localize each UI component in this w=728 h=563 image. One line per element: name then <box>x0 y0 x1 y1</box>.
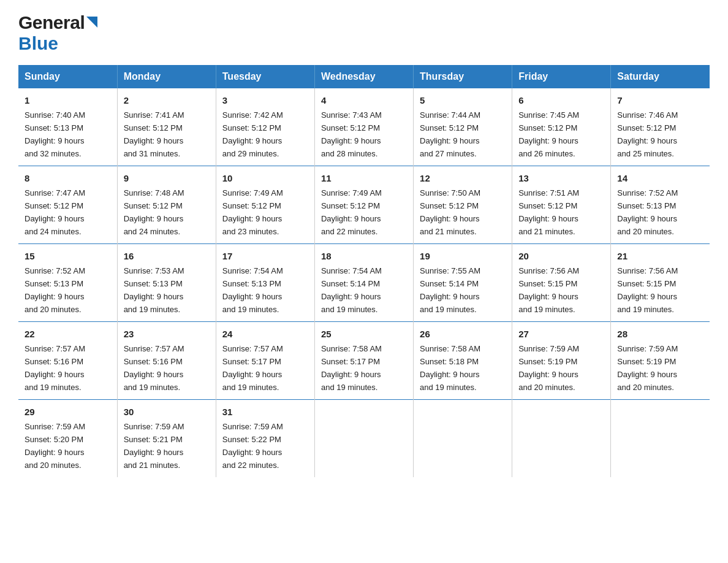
day-number: 30 <box>124 405 210 419</box>
day-info: Sunrise: 7:46 AMSunset: 5:12 PMDaylight:… <box>617 110 678 158</box>
page-header: General Blue <box>18 12 710 54</box>
calendar-cell <box>611 399 710 477</box>
day-info: Sunrise: 7:53 AMSunset: 5:13 PMDaylight:… <box>124 266 184 314</box>
day-info: Sunrise: 7:54 AMSunset: 5:13 PMDaylight:… <box>222 266 283 314</box>
calendar-cell: 1Sunrise: 7:40 AMSunset: 5:13 PMDaylight… <box>18 88 117 166</box>
calendar-header-row: SundayMondayTuesdayWednesdayThursdayFrid… <box>18 65 710 88</box>
day-info: Sunrise: 7:45 AMSunset: 5:12 PMDaylight:… <box>518 110 579 158</box>
day-number: 23 <box>124 327 210 341</box>
day-info: Sunrise: 7:59 AMSunset: 5:19 PMDaylight:… <box>617 344 678 392</box>
day-number: 27 <box>518 327 604 341</box>
day-number: 7 <box>617 93 703 107</box>
col-header-monday: Monday <box>117 65 216 88</box>
day-number: 14 <box>617 171 703 185</box>
calendar-cell: 10Sunrise: 7:49 AMSunset: 5:12 PMDayligh… <box>216 166 314 243</box>
col-header-wednesday: Wednesday <box>314 65 413 88</box>
calendar-cell: 25Sunrise: 7:58 AMSunset: 5:17 PMDayligh… <box>314 321 413 399</box>
col-header-saturday: Saturday <box>611 65 710 88</box>
calendar-cell: 30Sunrise: 7:59 AMSunset: 5:21 PMDayligh… <box>117 399 216 477</box>
calendar-cell: 22Sunrise: 7:57 AMSunset: 5:16 PMDayligh… <box>18 321 117 399</box>
day-number: 3 <box>222 93 308 107</box>
calendar-table: SundayMondayTuesdayWednesdayThursdayFrid… <box>18 65 710 477</box>
day-info: Sunrise: 7:44 AMSunset: 5:12 PMDaylight:… <box>420 110 480 158</box>
week-row-4: 22Sunrise: 7:57 AMSunset: 5:16 PMDayligh… <box>18 321 710 399</box>
col-header-thursday: Thursday <box>414 65 512 88</box>
week-row-5: 29Sunrise: 7:59 AMSunset: 5:20 PMDayligh… <box>18 399 710 477</box>
day-number: 18 <box>321 249 407 263</box>
day-number: 4 <box>321 93 407 107</box>
day-number: 28 <box>617 327 703 341</box>
day-info: Sunrise: 7:49 AMSunset: 5:12 PMDaylight:… <box>321 188 382 236</box>
day-info: Sunrise: 7:59 AMSunset: 5:21 PMDaylight:… <box>124 422 184 470</box>
day-info: Sunrise: 7:40 AMSunset: 5:13 PMDaylight:… <box>25 110 85 158</box>
day-number: 2 <box>124 93 210 107</box>
day-info: Sunrise: 7:57 AMSunset: 5:16 PMDaylight:… <box>124 344 184 392</box>
day-info: Sunrise: 7:59 AMSunset: 5:19 PMDaylight:… <box>518 344 579 392</box>
day-info: Sunrise: 7:52 AMSunset: 5:13 PMDaylight:… <box>25 266 85 314</box>
week-row-1: 1Sunrise: 7:40 AMSunset: 5:13 PMDaylight… <box>18 88 710 166</box>
col-header-friday: Friday <box>512 65 611 88</box>
calendar-cell: 26Sunrise: 7:58 AMSunset: 5:18 PMDayligh… <box>414 321 512 399</box>
day-number: 16 <box>124 249 210 263</box>
day-number: 11 <box>321 171 407 185</box>
day-info: Sunrise: 7:56 AMSunset: 5:15 PMDaylight:… <box>617 266 678 314</box>
calendar-cell <box>414 399 512 477</box>
day-number: 9 <box>124 171 210 185</box>
day-number: 31 <box>222 405 308 419</box>
calendar-cell: 8Sunrise: 7:47 AMSunset: 5:12 PMDaylight… <box>18 166 117 243</box>
calendar-cell: 3Sunrise: 7:42 AMSunset: 5:12 PMDaylight… <box>216 88 314 166</box>
day-info: Sunrise: 7:58 AMSunset: 5:17 PMDaylight:… <box>321 344 382 392</box>
day-number: 22 <box>25 327 111 341</box>
day-number: 1 <box>25 93 111 107</box>
day-info: Sunrise: 7:59 AMSunset: 5:20 PMDaylight:… <box>25 422 85 470</box>
day-info: Sunrise: 7:57 AMSunset: 5:16 PMDaylight:… <box>25 344 85 392</box>
week-row-2: 8Sunrise: 7:47 AMSunset: 5:12 PMDaylight… <box>18 166 710 243</box>
day-info: Sunrise: 7:43 AMSunset: 5:12 PMDaylight:… <box>321 110 382 158</box>
col-header-tuesday: Tuesday <box>216 65 314 88</box>
calendar-cell: 12Sunrise: 7:50 AMSunset: 5:12 PMDayligh… <box>414 166 512 243</box>
day-info: Sunrise: 7:41 AMSunset: 5:12 PMDaylight:… <box>124 110 184 158</box>
calendar-cell: 28Sunrise: 7:59 AMSunset: 5:19 PMDayligh… <box>611 321 710 399</box>
logo-blue-text: Blue <box>18 33 58 53</box>
day-info: Sunrise: 7:50 AMSunset: 5:12 PMDaylight:… <box>420 188 480 236</box>
calendar-cell: 5Sunrise: 7:44 AMSunset: 5:12 PMDaylight… <box>414 88 512 166</box>
day-info: Sunrise: 7:48 AMSunset: 5:12 PMDaylight:… <box>124 188 184 236</box>
calendar-cell: 19Sunrise: 7:55 AMSunset: 5:14 PMDayligh… <box>414 243 512 321</box>
day-info: Sunrise: 7:56 AMSunset: 5:15 PMDaylight:… <box>518 266 579 314</box>
day-number: 20 <box>518 249 604 263</box>
calendar-cell <box>512 399 611 477</box>
calendar-cell: 13Sunrise: 7:51 AMSunset: 5:12 PMDayligh… <box>512 166 611 243</box>
day-number: 6 <box>518 93 604 107</box>
calendar-cell: 7Sunrise: 7:46 AMSunset: 5:12 PMDaylight… <box>611 88 710 166</box>
calendar-cell: 18Sunrise: 7:54 AMSunset: 5:14 PMDayligh… <box>314 243 413 321</box>
day-number: 12 <box>420 171 506 185</box>
calendar-cell: 17Sunrise: 7:54 AMSunset: 5:13 PMDayligh… <box>216 243 314 321</box>
calendar-cell: 14Sunrise: 7:52 AMSunset: 5:13 PMDayligh… <box>611 166 710 243</box>
calendar-cell: 15Sunrise: 7:52 AMSunset: 5:13 PMDayligh… <box>18 243 117 321</box>
day-number: 29 <box>25 405 111 419</box>
day-info: Sunrise: 7:51 AMSunset: 5:12 PMDaylight:… <box>518 188 579 236</box>
day-info: Sunrise: 7:58 AMSunset: 5:18 PMDaylight:… <box>420 344 480 392</box>
day-number: 5 <box>420 93 506 107</box>
logo-triangle-icon <box>86 17 97 30</box>
col-header-sunday: Sunday <box>18 65 117 88</box>
svg-marker-0 <box>86 17 97 28</box>
day-number: 17 <box>222 249 308 263</box>
logo-general-text: General <box>18 12 85 33</box>
day-info: Sunrise: 7:57 AMSunset: 5:17 PMDaylight:… <box>222 344 283 392</box>
day-info: Sunrise: 7:52 AMSunset: 5:13 PMDaylight:… <box>617 188 678 236</box>
day-number: 25 <box>321 327 407 341</box>
day-info: Sunrise: 7:59 AMSunset: 5:22 PMDaylight:… <box>222 422 283 470</box>
day-number: 13 <box>518 171 604 185</box>
calendar-cell: 9Sunrise: 7:48 AMSunset: 5:12 PMDaylight… <box>117 166 216 243</box>
day-info: Sunrise: 7:42 AMSunset: 5:12 PMDaylight:… <box>222 110 283 158</box>
day-number: 15 <box>25 249 111 263</box>
week-row-3: 15Sunrise: 7:52 AMSunset: 5:13 PMDayligh… <box>18 243 710 321</box>
calendar-cell: 27Sunrise: 7:59 AMSunset: 5:19 PMDayligh… <box>512 321 611 399</box>
calendar-cell <box>314 399 413 477</box>
calendar-cell: 29Sunrise: 7:59 AMSunset: 5:20 PMDayligh… <box>18 399 117 477</box>
calendar-cell: 6Sunrise: 7:45 AMSunset: 5:12 PMDaylight… <box>512 88 611 166</box>
day-info: Sunrise: 7:47 AMSunset: 5:12 PMDaylight:… <box>25 188 85 236</box>
calendar-cell: 21Sunrise: 7:56 AMSunset: 5:15 PMDayligh… <box>611 243 710 321</box>
logo: General Blue <box>18 12 97 54</box>
